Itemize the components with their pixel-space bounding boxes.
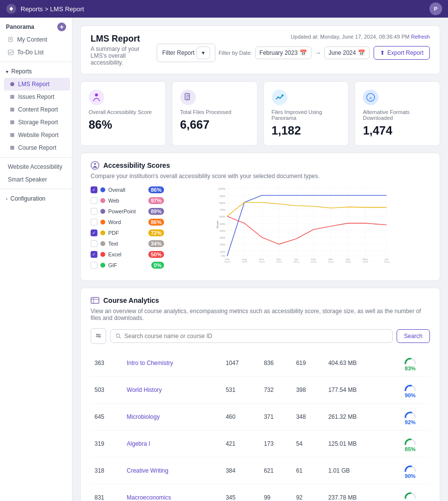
course-size: 261.32 MB: [324, 404, 390, 431]
sidebar-item-course-report[interactable]: Course Report: [4, 141, 70, 154]
legend-checkbox[interactable]: [91, 240, 97, 247]
stat-label-2: Files Improved Using Panorama: [272, 109, 341, 121]
legend-checkbox[interactable]: [91, 262, 97, 269]
gauge-icon: [403, 462, 417, 472]
legend-item-word[interactable]: Word 86%: [91, 219, 164, 226]
legend-item-web[interactable]: Web 97%: [91, 197, 164, 204]
chevron-down-icon: ▾: [196, 46, 210, 59]
config-group-toggle[interactable]: › Configuration: [0, 192, 72, 205]
refresh-link[interactable]: Refresh: [411, 34, 430, 40]
svg-point-16: [91, 161, 99, 169]
svg-text:40%: 40%: [219, 229, 226, 232]
date-to-input[interactable]: June 2024 📅: [324, 46, 370, 59]
svg-text:2024: 2024: [362, 261, 368, 263]
svg-text:2024: 2024: [310, 261, 316, 263]
legend-checkbox[interactable]: [91, 208, 97, 215]
course-c2: 371: [260, 404, 292, 431]
table-row: 645 Microbiology 460 371 348 261.32 MB 9…: [91, 404, 430, 431]
sidebar-item-smart-speaker[interactable]: Smart Speaker: [2, 173, 70, 186]
legend-label: PDF: [108, 230, 145, 236]
course-analytics-desc: View an overview of course analytics, en…: [91, 308, 430, 321]
files-icon: [180, 90, 196, 105]
reports-group-toggle[interactable]: ▾ Reports: [0, 65, 72, 78]
legend-item-text[interactable]: Text 34%: [91, 240, 164, 247]
filter-report-button[interactable]: Filter Report ▾: [157, 44, 215, 62]
course-table: 363 Intro to Chemistry 1047 836 619 404.…: [91, 350, 430, 501]
sidebar: Panorama + My Content To-Do List ▾ Repor…: [0, 18, 72, 501]
doc-icon: [8, 37, 14, 43]
course-name[interactable]: Intro to Chemistry: [123, 350, 222, 377]
course-c1: 421: [222, 431, 260, 457]
sidebar-item-storage-report[interactable]: Storage Report: [4, 116, 70, 129]
legend-label: Text: [108, 241, 145, 247]
legend-item-overall[interactable]: ✓ Overall 86%: [91, 186, 164, 193]
course-size: 177.54 MB: [324, 377, 390, 404]
svg-text:50%: 50%: [219, 222, 226, 226]
legend-pct: 34%: [148, 240, 164, 247]
search-input-wrap[interactable]: [110, 329, 393, 343]
filter-sliders-icon: [95, 333, 102, 340]
stat-label-3: Alternative Formats Downloaded: [363, 109, 432, 121]
search-button[interactable]: Search: [397, 329, 430, 343]
issues-icon: [10, 94, 15, 99]
legend-checkbox[interactable]: ✓: [91, 186, 97, 193]
legend-pct: 0%: [151, 262, 164, 269]
gauge-pct: 83%: [405, 365, 416, 371]
sidebar-item-website-report[interactable]: Website Report: [4, 129, 70, 141]
updated-text: Updated at: Monday, June 17, 2024, 08:36…: [291, 34, 430, 40]
accessibility-section-desc: Compare your institution's overall acces…: [91, 173, 430, 180]
date-from-input[interactable]: February 2023 📅: [255, 46, 311, 59]
gauge-pct: 90%: [405, 473, 416, 479]
legend-item-excel[interactable]: ✓ Excel 50%: [91, 251, 164, 258]
course-name[interactable]: Macroeconomics: [123, 484, 222, 501]
legend-checkbox[interactable]: [91, 197, 97, 204]
stat-cards: Overall Accessibility Score 86% Total Fi…: [80, 81, 440, 146]
sidebar-item-todo[interactable]: To-Do List: [2, 46, 70, 59]
legend-pct: 86%: [148, 219, 164, 226]
legend-item-pdf[interactable]: ✓ PDF 72%: [91, 229, 164, 236]
sidebar-item-content-report[interactable]: Content Report: [4, 103, 70, 116]
legend-dot: [100, 209, 105, 214]
svg-rect-7: [10, 108, 14, 112]
gauge-icon: [403, 355, 417, 364]
sidebar-add-button[interactable]: +: [57, 23, 66, 31]
svg-text:20%: 20%: [219, 243, 226, 246]
sidebar-item-lms-report[interactable]: LMS Report: [4, 78, 70, 91]
legend-checkbox[interactable]: ✓: [91, 229, 97, 236]
course-analytics-title: Course Analytics: [103, 296, 159, 304]
svg-rect-10: [10, 146, 14, 150]
course-id: 318: [91, 457, 123, 484]
svg-point-5: [10, 82, 14, 86]
arrow-right-icon: →: [314, 49, 321, 57]
accessibility-icon: [89, 90, 104, 105]
logo-icon: [6, 3, 17, 14]
course-id: 831: [91, 484, 123, 501]
calendar-icon: 📅: [358, 49, 365, 56]
course-name[interactable]: World History: [123, 377, 222, 404]
avatar[interactable]: P: [429, 2, 442, 15]
legend-item-gif[interactable]: GIF 0%: [91, 262, 164, 269]
export-button[interactable]: ⬆ Export Report: [374, 46, 430, 60]
legend-item-powerpoint[interactable]: PowerPoint 89%: [91, 208, 164, 215]
sidebar-item-issues-report[interactable]: Issues Report: [4, 91, 70, 103]
filter-icon-button[interactable]: [91, 328, 106, 344]
course-analytics-icon: [91, 296, 99, 305]
sidebar-item-my-content[interactable]: My Content: [2, 33, 70, 46]
legend-checkbox[interactable]: ✓: [91, 251, 97, 258]
svg-text:2023: 2023: [224, 261, 230, 263]
table-row: 363 Intro to Chemistry 1047 836 619 404.…: [91, 350, 430, 377]
course-name[interactable]: Creative Writing: [123, 457, 222, 484]
report-subtitle: A summary of your LMS's overall accessib…: [91, 46, 152, 66]
report-header: LMS Report A summary of your LMS's overa…: [80, 25, 440, 74]
course-name[interactable]: Algebra I: [123, 431, 222, 457]
search-input[interactable]: [124, 333, 387, 340]
legend-pct: 97%: [148, 197, 164, 204]
legend-label: Excel: [108, 251, 145, 257]
course-score: 90%: [391, 377, 430, 404]
sidebar-item-website-accessibility[interactable]: Website Accessibility: [2, 160, 70, 173]
legend-dot: [100, 263, 105, 268]
stat-card-improved: Files Improved Using Panorama 1,182: [263, 81, 349, 146]
stat-label-1: Total Files Processed: [180, 109, 249, 115]
legend-checkbox[interactable]: [91, 219, 97, 226]
course-name[interactable]: Microbiology: [123, 404, 222, 431]
